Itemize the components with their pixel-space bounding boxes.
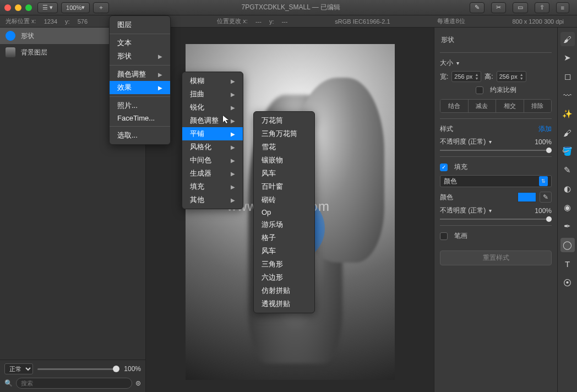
arrow-tool[interactable]: ➤ xyxy=(560,51,575,65)
menu-item[interactable]: 游乐场 xyxy=(254,218,314,231)
blur-tool[interactable]: ◉ xyxy=(560,200,575,215)
boolean-ops: 结合 减去 相交 排除 xyxy=(440,99,552,113)
bool-intersect[interactable]: 相交 xyxy=(496,100,524,112)
pen-tool[interactable]: ✒ xyxy=(560,219,575,233)
channels-value: 每通道8位 xyxy=(437,17,465,25)
constrain-checkbox[interactable] xyxy=(476,86,483,94)
layer-opacity-slider[interactable] xyxy=(37,368,119,370)
menu-item[interactable]: 三角万花筒 xyxy=(254,127,314,140)
bool-union[interactable]: 结合 xyxy=(440,100,469,112)
wand-tool[interactable]: ✨ xyxy=(560,107,575,121)
menu-item[interactable]: 选取... xyxy=(110,129,170,142)
menu-item[interactable]: 扭曲▶ xyxy=(182,88,243,101)
crop-tool-button[interactable]: ✂ xyxy=(491,2,506,13)
close-icon[interactable] xyxy=(4,4,11,11)
poschange-x-label: 位置更改 x: xyxy=(217,17,248,25)
fill-type-dropdown[interactable]: 颜色⇅ xyxy=(440,175,552,187)
menu-item[interactable]: 风车 xyxy=(254,244,314,258)
menu-item[interactable]: 颜色调整▶ xyxy=(182,114,243,127)
layer-shape-thumb xyxy=(6,31,15,41)
menu-item[interactable]: 模糊▶ xyxy=(182,74,243,88)
fill-color-swatch[interactable] xyxy=(518,192,536,202)
fullscreen-icon[interactable] xyxy=(25,4,32,11)
color-picker-button[interactable]: ✎ xyxy=(540,192,552,203)
zoom-dropdown[interactable]: 100% ▾ xyxy=(61,2,90,13)
poschange-x-value: --- xyxy=(255,18,262,25)
window-title: 7PGTXCDKLK_SMALL — 已编辑 xyxy=(112,3,469,12)
cursor-y-label: y: xyxy=(65,18,70,25)
bool-exclude[interactable]: 排除 xyxy=(524,100,552,112)
menu-item[interactable]: 万花筒 xyxy=(254,114,314,127)
menu-item[interactable]: 平铺▶ xyxy=(182,127,243,140)
menu-item[interactable]: 仿射拼贴 xyxy=(254,284,314,297)
reset-style-button[interactable]: 重置样式 xyxy=(440,251,552,265)
menu-item[interactable]: 雪花 xyxy=(254,140,314,154)
lasso-tool[interactable]: 〰 xyxy=(560,88,575,102)
shape-tool[interactable]: ◯ xyxy=(560,238,575,252)
menu-item[interactable]: 填充▶ xyxy=(182,180,243,193)
bucket-tool[interactable]: 🪣 xyxy=(560,144,575,159)
menu-item[interactable]: 三角形 xyxy=(254,258,314,271)
marquee-tool[interactable]: ◻ xyxy=(560,69,575,84)
sidebar-toggle-button[interactable]: ☰ ▾ xyxy=(37,2,58,13)
menu-item[interactable]: 中间色▶ xyxy=(182,154,243,167)
filter-icon[interactable]: ⊜ xyxy=(135,379,141,387)
share-button[interactable]: ⇪ xyxy=(535,2,549,13)
menu-item[interactable]: 文本 xyxy=(110,36,170,50)
pencil-tool[interactable]: ✎ xyxy=(560,163,575,177)
menu-item[interactable]: 风车 xyxy=(254,167,314,180)
page-button[interactable]: ▭ xyxy=(513,2,528,13)
eyedropper-tool[interactable]: ⦿ xyxy=(560,275,575,290)
menu-item[interactable]: 风格化▶ xyxy=(182,140,243,154)
menu-item[interactable]: 生成器▶ xyxy=(182,167,243,180)
minimize-icon[interactable] xyxy=(15,4,21,11)
menu-item[interactable]: 效果▶ xyxy=(110,81,170,94)
inspector-title: 形状 xyxy=(440,33,552,47)
menu-item[interactable]: FaceTime... xyxy=(110,112,170,124)
fill-opacity-slider[interactable] xyxy=(440,219,552,220)
menu-item[interactable]: 图层 xyxy=(110,18,170,31)
bool-subtract[interactable]: 减去 xyxy=(469,100,497,112)
fill-checkbox[interactable] xyxy=(440,164,448,171)
poschange-y-label: y: xyxy=(269,18,274,25)
width-field[interactable]: 256 px▲▼ xyxy=(451,71,481,82)
menu-item[interactable]: Op xyxy=(254,206,314,218)
stroke-label: 笔画 xyxy=(454,231,467,241)
menu-item[interactable]: 其他▶ xyxy=(182,193,243,206)
menu-item[interactable]: 六边形 xyxy=(254,271,314,284)
menu-item[interactable]: 百叶窗 xyxy=(254,180,314,193)
add-button[interactable]: ＋ xyxy=(93,2,109,13)
menu-item[interactable]: 镶嵌物 xyxy=(254,154,314,167)
blend-mode-select[interactable]: 正常 xyxy=(4,363,33,374)
menu-item[interactable]: 形状▶ xyxy=(110,50,170,63)
menu-item[interactable]: 锐化▶ xyxy=(182,101,243,114)
zoom-value: 100% xyxy=(66,4,81,11)
search-input[interactable] xyxy=(16,378,132,389)
menu-item[interactable]: 透视拼贴 xyxy=(254,297,314,311)
style-tool[interactable]: 🖌 xyxy=(560,32,575,46)
paint-tool[interactable]: 🖌 xyxy=(560,126,575,140)
tile-submenu[interactable]: 万花筒三角万花筒雪花镶嵌物风车百叶窗砌砖Op游乐场格子风车三角形六边形仿射拼贴透… xyxy=(253,111,315,313)
settings-button[interactable]: ≡ xyxy=(556,2,569,13)
opacity-value: 100% xyxy=(535,138,552,146)
text-tool[interactable]: T xyxy=(560,257,575,271)
opacity-slider[interactable] xyxy=(440,150,552,151)
menu-item[interactable]: 格子 xyxy=(254,231,314,244)
cursor-x-value: 1234 xyxy=(44,18,57,25)
height-field[interactable]: 256 px▲▼ xyxy=(497,71,526,82)
stroke-checkbox[interactable] xyxy=(440,232,448,240)
menu-item[interactable]: 颜色调整▶ xyxy=(110,68,170,81)
cursor-x-label: 光标位置 x: xyxy=(6,17,36,25)
tool-strip: 🖌 ➤ ◻ 〰 ✨ 🖌 🪣 ✎ ◐ ◉ ✒ ◯ T ⦿ xyxy=(557,28,577,392)
add-menu[interactable]: 图层文本形状▶颜色调整▶效果▶照片...FaceTime...选取... xyxy=(109,15,171,145)
search-icon: 🔍 xyxy=(4,379,13,387)
effects-submenu[interactable]: 模糊▶扭曲▶锐化▶颜色调整▶平铺▶风格化▶中间色▶生成器▶填充▶其他▶ xyxy=(182,72,243,209)
fill-label: 填充 xyxy=(454,162,467,172)
color-label: 颜色 xyxy=(440,193,453,202)
add-style-link[interactable]: 添加 xyxy=(538,124,552,134)
layer-bg-thumb xyxy=(6,47,15,57)
menu-item[interactable]: 砌砖 xyxy=(254,193,314,206)
brush-tool-button[interactable]: ✎ xyxy=(470,2,485,13)
menu-item[interactable]: 照片... xyxy=(110,99,170,112)
gradient-tool[interactable]: ◐ xyxy=(560,182,575,196)
